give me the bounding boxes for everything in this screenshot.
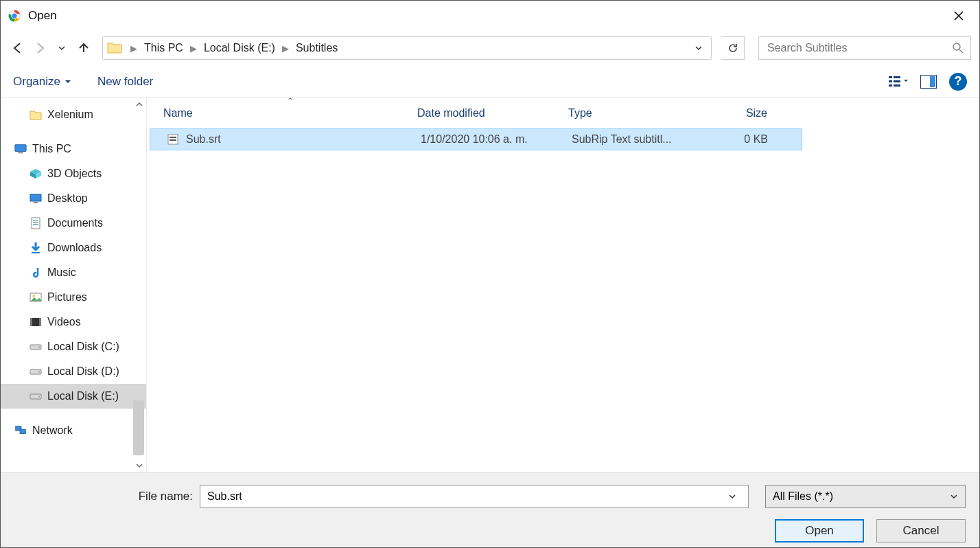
scroll-down-button[interactable] bbox=[133, 459, 145, 472]
sidebar-item-label: Downloads bbox=[47, 242, 102, 254]
sidebar-item-label: Documents bbox=[47, 217, 103, 229]
folder-icon bbox=[30, 109, 42, 121]
sidebar-item-xelenium[interactable]: Xelenium bbox=[1, 102, 146, 127]
svg-rect-24 bbox=[30, 318, 32, 326]
breadcrumb-local-disk-e[interactable]: Local Disk (E:) bbox=[201, 37, 278, 59]
sidebar-item-label: Xelenium bbox=[47, 109, 93, 121]
refresh-button[interactable] bbox=[721, 36, 745, 60]
sidebar: Xelenium This PC 3D ObjectsDesktopDocume… bbox=[1, 98, 146, 472]
column-type[interactable]: Type bbox=[568, 107, 692, 119]
svg-point-22 bbox=[33, 295, 35, 297]
sidebar-item-3d-objects[interactable]: 3D Objects bbox=[1, 161, 146, 186]
svg-rect-15 bbox=[34, 202, 38, 203]
svg-rect-33 bbox=[20, 429, 25, 433]
svg-rect-16 bbox=[32, 218, 40, 229]
close-button[interactable] bbox=[945, 2, 972, 30]
sidebar-item-label: 3D Objects bbox=[47, 168, 102, 180]
svg-point-3 bbox=[953, 43, 960, 50]
sidebar-item-music[interactable]: Music bbox=[1, 260, 146, 285]
srt-file-icon bbox=[167, 133, 179, 146]
svg-point-27 bbox=[38, 347, 40, 348]
sidebar-item-network[interactable]: Network bbox=[1, 418, 146, 443]
svg-rect-12 bbox=[15, 145, 26, 152]
column-size[interactable]: Size bbox=[692, 107, 767, 119]
file-list: Name ⌃ Date modified Type Size Sub.srt 1… bbox=[146, 98, 979, 472]
svg-rect-13 bbox=[18, 152, 23, 154]
open-button[interactable]: Open bbox=[775, 519, 864, 543]
sidebar-item-downloads[interactable]: Downloads bbox=[1, 236, 146, 260]
recent-locations-button[interactable] bbox=[53, 39, 71, 57]
address-dropdown[interactable] bbox=[695, 44, 707, 52]
drive-icon bbox=[30, 341, 42, 353]
filename-input[interactable] bbox=[206, 490, 728, 503]
drive-icon bbox=[30, 365, 42, 378]
cancel-button[interactable]: Cancel bbox=[876, 519, 966, 543]
view-options-button[interactable] bbox=[889, 75, 908, 89]
sidebar-item-label: Local Disk (C:) bbox=[47, 341, 119, 353]
help-button[interactable]: ? bbox=[949, 73, 967, 91]
file-date: 1/10/2020 10:06 a. m. bbox=[421, 133, 572, 146]
svg-rect-6 bbox=[889, 80, 892, 82]
sidebar-item-label: Pictures bbox=[47, 291, 87, 304]
organize-button[interactable]: Organize bbox=[13, 75, 71, 89]
chevron-right-icon[interactable]: ▶ bbox=[126, 43, 141, 54]
network-icon bbox=[14, 424, 27, 437]
svg-rect-14 bbox=[30, 194, 41, 201]
chevron-right-icon[interactable]: ▶ bbox=[278, 43, 293, 54]
svg-rect-9 bbox=[894, 84, 900, 87]
back-button[interactable] bbox=[9, 39, 27, 57]
up-button[interactable] bbox=[75, 39, 93, 57]
svg-rect-4 bbox=[889, 76, 892, 78]
drive-icon bbox=[30, 390, 42, 402]
sidebar-item-label: Local Disk (D:) bbox=[47, 365, 119, 378]
sidebar-item-label: Network bbox=[32, 424, 73, 437]
sidebar-item-label: Videos bbox=[47, 316, 81, 328]
sidebar-item-local-disk-c[interactable]: Local Disk (C:) bbox=[1, 334, 146, 359]
breadcrumb-this-pc[interactable]: This PC bbox=[141, 37, 186, 59]
address-bar[interactable]: ▶ This PC ▶ Local Disk (E:) ▶ Subtitles bbox=[102, 36, 712, 60]
sidebar-item-this-pc[interactable]: This PC bbox=[1, 137, 146, 161]
column-date[interactable]: Date modified bbox=[417, 107, 568, 119]
preview-pane-button[interactable] bbox=[920, 75, 937, 89]
titlebar: Open bbox=[1, 1, 979, 31]
scroll-up-button[interactable] bbox=[133, 98, 145, 111]
monitor-icon bbox=[14, 143, 27, 155]
svg-rect-25 bbox=[39, 318, 41, 326]
search-box[interactable] bbox=[758, 36, 971, 60]
video-icon bbox=[30, 316, 42, 328]
sidebar-item-local-disk-e[interactable]: Local Disk (E:) bbox=[1, 384, 146, 409]
forward-button[interactable] bbox=[31, 39, 49, 57]
file-name: Sub.srt bbox=[186, 133, 221, 146]
sidebar-item-desktop[interactable]: Desktop bbox=[1, 186, 146, 211]
desktop-icon bbox=[30, 192, 42, 205]
download-icon bbox=[30, 242, 42, 254]
column-headers: Name ⌃ Date modified Type Size bbox=[147, 98, 979, 128]
folder-icon bbox=[107, 41, 122, 55]
sidebar-item-label: This PC bbox=[32, 143, 71, 155]
svg-rect-36 bbox=[170, 139, 176, 141]
svg-rect-19 bbox=[33, 224, 38, 225]
sidebar-item-documents[interactable]: Documents bbox=[1, 211, 146, 236]
new-folder-button[interactable]: New folder bbox=[97, 75, 153, 89]
sidebar-item-local-disk-d[interactable]: Local Disk (D:) bbox=[1, 359, 146, 384]
scroll-thumb[interactable] bbox=[133, 400, 144, 455]
filename-dropdown[interactable] bbox=[728, 492, 743, 501]
breadcrumb-subtitles[interactable]: Subtitles bbox=[293, 37, 340, 59]
file-row-selected[interactable]: Sub.srt 1/10/2020 10:06 a. m. SubRip Tex… bbox=[150, 128, 802, 150]
search-input[interactable] bbox=[766, 41, 953, 55]
nav-row: ▶ This PC ▶ Local Disk (E:) ▶ Subtitles bbox=[1, 31, 979, 65]
sidebar-item-label: Desktop bbox=[47, 192, 88, 205]
svg-rect-7 bbox=[894, 80, 900, 82]
window-title: Open bbox=[28, 9, 57, 23]
doc-icon bbox=[30, 217, 42, 229]
sidebar-item-pictures[interactable]: Pictures bbox=[1, 285, 146, 310]
svg-rect-18 bbox=[33, 222, 38, 223]
sort-ascending-icon: ⌃ bbox=[287, 96, 294, 106]
filetype-filter[interactable]: All Files (*.*) bbox=[765, 485, 966, 508]
column-name[interactable]: Name ⌃ bbox=[163, 107, 417, 119]
sidebar-item-videos[interactable]: Videos bbox=[1, 310, 146, 334]
sidebar-scrollbar[interactable] bbox=[132, 98, 146, 472]
filename-combobox[interactable] bbox=[200, 485, 749, 508]
column-label: Name bbox=[163, 107, 193, 119]
chevron-right-icon[interactable]: ▶ bbox=[186, 43, 201, 54]
